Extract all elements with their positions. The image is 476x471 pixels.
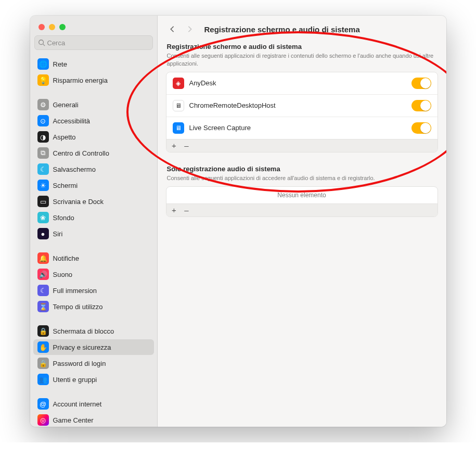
sidebar: 🌐Rete💡Risparmio energia⚙Generali⊙Accessi… bbox=[30, 16, 158, 427]
maximize-window-button[interactable] bbox=[59, 24, 66, 30]
audio-footer: + – bbox=[166, 203, 438, 217]
back-button[interactable] bbox=[166, 23, 178, 35]
app-name-label: Live Screen Capture bbox=[189, 124, 411, 132]
sidebar-icon: 🔔 bbox=[37, 252, 49, 264]
section1-desc: Consenti alle seguenti applicazioni di r… bbox=[167, 52, 437, 68]
header: Registrazione schermo e audio di sistema bbox=[158, 16, 446, 42]
sidebar-item-label: Utenti e gruppi bbox=[53, 376, 97, 384]
settings-window: 🌐Rete💡Risparmio energia⚙Generali⊙Accessi… bbox=[30, 16, 446, 427]
sidebar-item-label: Suono bbox=[53, 271, 73, 278]
sidebar-item-label: Risparmio energia bbox=[53, 77, 108, 84]
sidebar-item-label: Accessibilità bbox=[53, 117, 91, 125]
sidebar-icon: ⌛ bbox=[37, 301, 49, 312]
sidebar-item-label: Privacy e sicurezza bbox=[53, 343, 111, 351]
forward-button[interactable] bbox=[184, 23, 196, 35]
sidebar-item-label: Notifiche bbox=[53, 254, 80, 262]
section2-desc: Consenti alle seguenti applicazioni di a… bbox=[167, 174, 437, 182]
sidebar-item[interactable]: 👥Utenti e gruppi bbox=[33, 372, 154, 387]
sidebar-icon: ◎ bbox=[37, 414, 49, 426]
sidebar-icon: ✋ bbox=[37, 341, 49, 353]
app-icon: 🖥 bbox=[173, 122, 184, 134]
sidebar-item[interactable]: 🌐Rete bbox=[33, 56, 154, 72]
sidebar-icon: 🔒 bbox=[37, 325, 49, 337]
sidebar-icon: ◑ bbox=[37, 131, 49, 143]
sidebar-item[interactable]: ◑Aspetto bbox=[33, 129, 154, 145]
sidebar-icon: @ bbox=[37, 398, 49, 410]
sidebar-item[interactable]: ▭Scrivania e Dock bbox=[33, 194, 154, 209]
permission-toggle[interactable] bbox=[411, 122, 431, 134]
sidebar-item[interactable]: ●Siri bbox=[33, 226, 154, 241]
sidebar-item[interactable]: ⊙Accessibilità bbox=[33, 113, 154, 129]
close-window-button[interactable] bbox=[38, 24, 45, 30]
sidebar-item[interactable]: ☾Salvaschermo bbox=[33, 161, 154, 177]
sidebar-item-label: Schermata di blocco bbox=[53, 327, 114, 335]
sidebar-item[interactable]: ⚙Generali bbox=[33, 97, 154, 112]
sidebar-item-label: Sfondo bbox=[53, 214, 74, 222]
sidebar-icon: ☾ bbox=[37, 285, 49, 296]
apps-footer: + – bbox=[166, 139, 438, 152]
sidebar-icon: ☾ bbox=[37, 163, 49, 175]
sidebar-item[interactable]: 💡Risparmio energia bbox=[33, 72, 154, 88]
sidebar-item-label: Generali bbox=[53, 101, 79, 109]
traffic-lights bbox=[30, 16, 157, 35]
sidebar-icon: 👥 bbox=[37, 374, 49, 385]
add-audio-app-button[interactable]: + bbox=[169, 205, 180, 215]
add-app-button[interactable]: + bbox=[169, 141, 180, 151]
search-input[interactable] bbox=[47, 39, 149, 47]
sidebar-item[interactable]: ◎Game Center bbox=[33, 412, 154, 427]
sidebar-item-label: Centro di Controllo bbox=[53, 149, 109, 157]
page-title: Registrazione schermo e audio di sistema bbox=[204, 25, 360, 34]
sidebar-icon: ⚙ bbox=[37, 99, 49, 110]
app-row: ◈AnyDesk bbox=[166, 72, 438, 95]
minimize-window-button[interactable] bbox=[49, 24, 55, 30]
sidebar-item[interactable]: 🔔Notifiche bbox=[33, 250, 154, 266]
sidebar-item-label: Tempo di utilizzo bbox=[53, 303, 103, 311]
audio-panel: Nessun elemento + – bbox=[166, 186, 438, 217]
sidebar-icon: ❀ bbox=[37, 212, 49, 223]
sidebar-item-label: Salvaschermo bbox=[53, 166, 96, 173]
permission-toggle[interactable] bbox=[411, 100, 431, 111]
sidebar-item[interactable]: 🔒Schermata di blocco bbox=[33, 323, 154, 339]
svg-line-1 bbox=[43, 44, 45, 46]
section1-title: Registrazione schermo e audio di sistema bbox=[167, 43, 437, 50]
sidebar-item-label: Scrivania e Dock bbox=[53, 198, 104, 206]
sidebar-item[interactable]: ⧉Centro di Controllo bbox=[33, 145, 154, 161]
sidebar-item-label: Full immersion bbox=[53, 287, 97, 295]
sidebar-item[interactable]: 🔒Password di login bbox=[33, 355, 154, 371]
apps-panel: ◈AnyDesk🖥ChromeRemoteDesktopHost🖥Live Sc… bbox=[166, 72, 438, 152]
app-row: 🖥ChromeRemoteDesktopHost bbox=[166, 95, 438, 117]
section2-title: Solo registrazione audio di sistema bbox=[167, 165, 437, 173]
sidebar-item-label: Password di login bbox=[53, 360, 106, 367]
sidebar-item[interactable]: ⌛Tempo di utilizzo bbox=[33, 299, 154, 314]
sidebar-icon: ▭ bbox=[37, 196, 49, 207]
content-scroll[interactable]: Registrazione schermo e audio di sistema… bbox=[158, 42, 446, 427]
content-pane: Registrazione schermo e audio di sistema… bbox=[158, 16, 446, 427]
sidebar-item[interactable]: @Account internet bbox=[33, 396, 154, 412]
app-icon: ◈ bbox=[173, 78, 184, 89]
sidebar-item[interactable]: ✋Privacy e sicurezza bbox=[33, 339, 154, 355]
app-name-label: AnyDesk bbox=[189, 79, 411, 87]
app-name-label: ChromeRemoteDesktopHost bbox=[189, 101, 411, 109]
search-field[interactable] bbox=[34, 35, 153, 50]
sidebar-icon: ☀ bbox=[37, 180, 49, 191]
sidebar-item-label: Aspetto bbox=[53, 133, 76, 141]
svg-point-0 bbox=[38, 40, 43, 45]
remove-audio-app-button[interactable]: – bbox=[181, 205, 192, 215]
sidebar-item-label: Schermi bbox=[53, 182, 78, 189]
sidebar-item-label: Account internet bbox=[53, 400, 102, 408]
app-row: 🖥Live Screen Capture bbox=[166, 117, 438, 139]
sidebar-icon: 🔊 bbox=[37, 269, 49, 280]
sidebar-item[interactable]: ☀Schermi bbox=[33, 177, 154, 193]
sidebar-list[interactable]: 🌐Rete💡Risparmio energia⚙Generali⊙Accessi… bbox=[30, 54, 157, 427]
search-icon bbox=[38, 39, 45, 46]
sidebar-item[interactable]: 🔊Suono bbox=[33, 266, 154, 282]
app-icon: 🖥 bbox=[173, 100, 184, 111]
sidebar-icon: ⊙ bbox=[37, 115, 49, 126]
sidebar-item[interactable]: ❀Sfondo bbox=[33, 210, 154, 225]
empty-list-label: Nessun elemento bbox=[166, 187, 438, 203]
sidebar-icon: 💡 bbox=[37, 74, 49, 86]
remove-app-button[interactable]: – bbox=[181, 141, 192, 151]
permission-toggle[interactable] bbox=[411, 78, 431, 89]
sidebar-item[interactable]: ☾Full immersion bbox=[33, 283, 154, 298]
sidebar-item-label: Game Center bbox=[53, 416, 94, 424]
